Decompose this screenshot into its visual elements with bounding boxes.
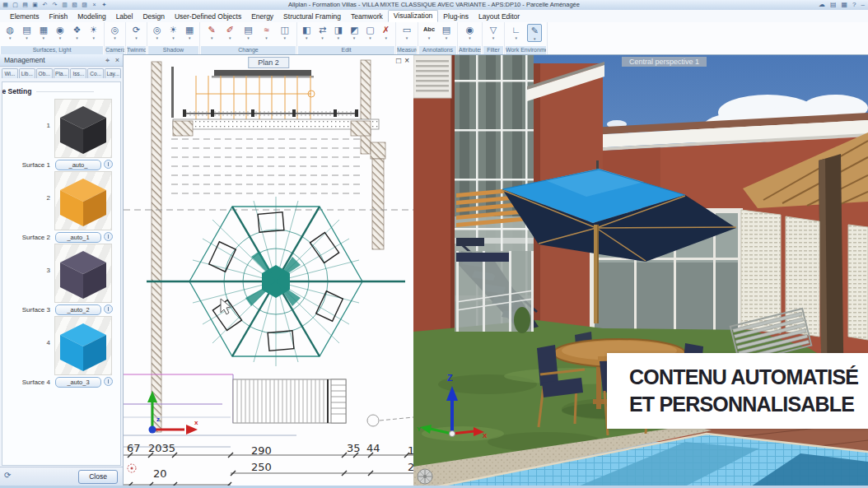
filter-icon[interactable]: ▽ (487, 24, 500, 40)
perspective-viewport[interactable]: Central perspective 1 Z Y X CONTENU AUTO… (413, 54, 868, 486)
ribbon-group-surfaces-light: ◍ ▤ ▦ ◉ ❖ ☀ Surfaces, Light (0, 22, 105, 54)
surface-thumbnail[interactable] (55, 172, 111, 230)
caption-line-1: CONTENU AUTOMATISÉ (607, 353, 868, 391)
custom-surfaces-icon[interactable]: ▦ (37, 24, 50, 40)
surface-value-button[interactable]: _auto_3 (55, 377, 101, 388)
maximize-icon[interactable]: □ (396, 56, 401, 66)
tab-planes[interactable]: Pla... (54, 68, 70, 78)
menu-energy[interactable]: Energy (246, 12, 278, 22)
delete-red-icon[interactable]: ✗ (380, 24, 393, 40)
measure-icon[interactable]: ▭ (400, 24, 413, 40)
dimension-text: 67 (127, 442, 141, 454)
surface-picker-button[interactable] (104, 232, 113, 241)
menu-label[interactable]: Label (111, 12, 138, 22)
plan-z-axis-label: z (156, 416, 160, 423)
ribbon-group-shadow: ◎ ☀ ▦ Shadow (147, 22, 200, 54)
menu-elements[interactable]: Elements (5, 12, 44, 22)
allplan-window: ▦ ▢ ▤ ▣ ↶ ↷ ▥ ▧ ▨ × ✦ Allplan - Formatio… (0, 0, 868, 488)
close-button[interactable]: Close (78, 470, 118, 484)
plan-viewport[interactable]: Plan 2 □ × (124, 54, 413, 486)
allplan-connect-icon[interactable]: ☁ (819, 1, 825, 8)
dimension-text: 2035 (148, 442, 175, 454)
tab-issues[interactable]: Iss... (70, 68, 86, 78)
menu-bar: Elements Finish Modeling Label Design Us… (0, 10, 868, 22)
plan-x-axis-label: x (194, 419, 198, 426)
align-icon[interactable]: ⇄ (316, 24, 329, 40)
tab-objects[interactable]: Ob... (36, 68, 53, 78)
duplicate-icon[interactable]: ◧ (300, 24, 313, 40)
palette-menu-icon[interactable]: ▤ (830, 1, 837, 8)
ribbon-group-label: Camera (105, 46, 124, 54)
plan-tab[interactable]: Plan 2 (248, 57, 289, 68)
sun-position-icon[interactable]: ☀ (167, 24, 180, 40)
shadow-surface-icon[interactable]: ▦ (183, 24, 196, 40)
wall-modify-icon[interactable]: ◫ (278, 24, 292, 40)
surface-thumbnail[interactable] (55, 100, 111, 157)
surface-value-button[interactable]: _auto_ (55, 160, 101, 170)
tab-connect[interactable]: Co... (87, 68, 104, 78)
freeform-modify-icon[interactable]: ≈ (260, 24, 273, 40)
minimize-icon[interactable]: – (861, 1, 865, 8)
mirror-icon[interactable]: ◩ (348, 24, 361, 40)
plan-window-controls: □ × (396, 56, 409, 66)
text-icon[interactable]: Abc (422, 24, 436, 40)
help-icon[interactable]: ? (852, 1, 856, 8)
ribbon-group-label: Measure (397, 46, 417, 54)
shop-icon[interactable]: ▦ (842, 1, 848, 8)
camera-path-icon[interactable]: ◎ (109, 24, 122, 40)
sun-study-icon[interactable]: ◎ (151, 24, 164, 40)
menu-plug-ins[interactable]: Plug-ins (438, 12, 474, 22)
perspective-tab[interactable]: Central perspective 1 (622, 57, 707, 67)
y-axis-label: Y (417, 425, 421, 433)
render-surfaces-icon[interactable]: ◍ (3, 24, 16, 40)
label-document-icon[interactable]: ▤ (440, 24, 453, 40)
tab-library[interactable]: Lib... (19, 68, 35, 78)
modify-surface-icon[interactable]: ✎ (205, 24, 218, 40)
menu-structural-framing[interactable]: Structural Framing (278, 12, 346, 22)
surface-thumbnail[interactable] (55, 244, 111, 302)
ribbon-group-label: Shadow (148, 46, 198, 54)
menu-layout-editor[interactable]: Layout Editor (474, 12, 525, 22)
surface-label: Surface 3 (2, 306, 50, 314)
pin-icon[interactable]: ⌖ (105, 56, 110, 64)
menu-teamwork[interactable]: Teamwork (346, 12, 388, 22)
surface-label: Surface 1 (2, 161, 50, 169)
surface-picker-button[interactable] (104, 160, 113, 169)
ribbon-group-change: ✎ ✐ ▤ ≈ ◫ Change (200, 22, 297, 54)
attributes-icon[interactable]: ◉ (464, 24, 477, 40)
flip-icon[interactable]: ◨ (332, 24, 345, 40)
surface-item: 1 Surface 1 _auto_ (2, 99, 120, 171)
tab-layers[interactable]: Lay... (105, 68, 121, 78)
surface-value-button[interactable]: _auto_1 (55, 232, 101, 243)
work-environment-icon[interactable]: ✎ (527, 24, 542, 42)
luminaire-icon[interactable]: ☀ (87, 24, 100, 40)
surface-thumbnail[interactable] (55, 317, 111, 374)
menu-visualization[interactable]: Visualization (388, 10, 439, 22)
menu-finish[interactable]: Finish (44, 12, 72, 22)
corner-icon[interactable]: ▢ (363, 24, 376, 40)
ribbon-group-label: Annotations (419, 46, 456, 54)
ribbon-group-annotations: Abc ▤ Annotations (418, 22, 458, 54)
refresh-icon[interactable]: ⟳ (4, 471, 11, 481)
ribbon-group-work-environment: ∟ ✎ Work Environment (505, 22, 548, 54)
surface-picker-button[interactable] (104, 304, 113, 314)
window-title: Allplan - Formation Villas - VILLA MIXTE… (0, 1, 868, 8)
dimension-text: 20 (153, 467, 167, 480)
surface-value-button[interactable]: _auto_2 (55, 304, 101, 315)
close-palette-icon[interactable]: × (115, 56, 119, 64)
object-light-icon[interactable]: ❖ (70, 24, 83, 40)
twinmotion-export-icon[interactable]: ⟳ (130, 24, 143, 40)
close-icon[interactable]: × (404, 56, 409, 66)
plan-axes-icon[interactable]: ∟ (510, 24, 523, 40)
pick-surface-icon[interactable]: ✐ (223, 24, 236, 40)
menu-user-defined-objects[interactable]: User-Defined Objects (170, 12, 246, 22)
ribbon-group-label: Change (201, 46, 296, 54)
surface-definition-icon[interactable]: ▤ (21, 24, 34, 40)
x-axis-label: X (483, 432, 487, 439)
light-preview-icon[interactable]: ◉ (54, 24, 67, 40)
menu-modeling[interactable]: Modeling (72, 12, 111, 22)
surface-picker-button[interactable] (104, 377, 113, 386)
tab-wizards[interactable]: Wi... (2, 68, 18, 78)
paste-attributes-icon[interactable]: ▤ (241, 24, 254, 40)
menu-design[interactable]: Design (138, 12, 169, 22)
